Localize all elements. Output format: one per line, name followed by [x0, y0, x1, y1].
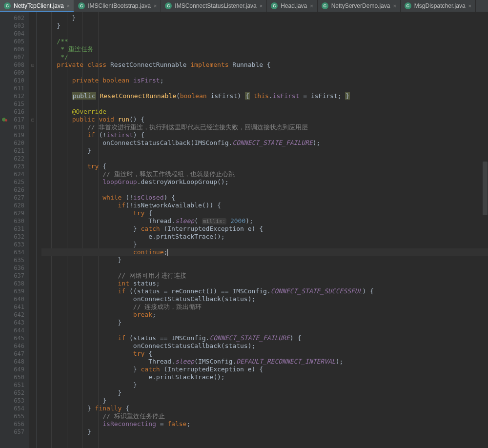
tab-msgdispatcher[interactable]: CMsgDispatcher.java× — [401, 0, 476, 12]
code-line[interactable] — [41, 84, 488, 92]
close-icon[interactable]: × — [310, 3, 313, 9]
code-line[interactable]: * 重连任务 — [41, 45, 488, 53]
code-line[interactable]: private boolean isFirst; — [41, 77, 488, 84]
code-line[interactable]: if(!isNetworkAvailable()) { — [41, 202, 488, 209]
code-line[interactable]: if (status == IMSConfig.CONNECT_STATE_FA… — [41, 334, 488, 342]
code-line[interactable]: try { — [41, 209, 488, 217]
code-line[interactable]: } catch (InterruptedException e) { — [41, 225, 488, 233]
code-line[interactable]: public ResetConnectRunnable(boolean isFi… — [41, 92, 488, 100]
code-line[interactable]: try { — [41, 350, 488, 358]
java-class-icon: C — [4, 2, 11, 9]
close-icon[interactable]: × — [468, 3, 471, 9]
code-token: } — [41, 397, 106, 404]
fold-end-icon[interactable] — [29, 22, 36, 30]
code-line[interactable]: e.printStackTrace(); — [41, 233, 488, 241]
code-line[interactable]: int status; — [41, 280, 488, 287]
tab-nettytcpclient[interactable]: CNettyTcpClient.java× — [0, 0, 74, 12]
code-editor[interactable]: 6026036046056066076086096106116126156166… — [0, 12, 488, 448]
code-token: ) { — [133, 131, 144, 139]
code-line[interactable]: /** — [41, 38, 488, 45]
code-token — [41, 38, 57, 45]
tab-imsclientbootstrap[interactable]: CIMSClientBootstrap.java× — [74, 0, 161, 12]
code-line[interactable]: @Override — [41, 108, 488, 116]
code-line[interactable]: // 连接成功，跳出循环 — [41, 303, 488, 311]
code-line[interactable]: e.printStackTrace(); — [41, 373, 488, 381]
fold-empty — [29, 100, 36, 108]
line-number: 628 — [0, 202, 29, 209]
code-token: } — [41, 428, 91, 435]
code-line[interactable]: // 重连时，释放工作线程组，也就是停止心跳 — [41, 170, 488, 178]
fold-toggle-icon[interactable]: ⊟ — [29, 116, 36, 123]
code-line[interactable]: break; — [41, 311, 488, 319]
code-line[interactable]: onConnectStatusCallback(status); — [41, 295, 488, 303]
code-line[interactable]: } — [41, 381, 488, 389]
close-icon[interactable]: × — [393, 3, 396, 9]
code-line[interactable]: } — [41, 319, 488, 326]
code-line[interactable]: if (!isFirst) { — [41, 131, 488, 139]
line-number: 653 — [0, 397, 29, 405]
code-line[interactable]: private class ResetConnectRunnable imple… — [41, 61, 488, 69]
code-line[interactable]: public void run() { — [41, 116, 488, 123]
code-line[interactable]: // 网络可用才进行连接 — [41, 272, 488, 280]
code-line[interactable]: */ — [41, 53, 488, 61]
code-line[interactable]: onConnectStatusCallback(status); — [41, 342, 488, 350]
code-line[interactable]: if ((status = reConnect()) == IMSConfig.… — [41, 287, 488, 295]
code-token: (!isNetworkAvailable()) { — [125, 202, 221, 209]
code-line[interactable]: try { — [41, 163, 488, 170]
code-line[interactable]: } — [41, 256, 488, 264]
code-line[interactable]: } — [41, 22, 488, 30]
code-line[interactable] — [41, 155, 488, 163]
scrollbar-thumb[interactable] — [483, 162, 488, 215]
code-line[interactable]: } — [41, 389, 488, 397]
code-line[interactable]: } finally { — [41, 405, 488, 412]
vertical-scrollbar[interactable] — [483, 25, 488, 448]
line-number: 604 — [0, 30, 29, 38]
code-line[interactable] — [41, 186, 488, 194]
tab-head[interactable]: CHead.java× — [267, 0, 317, 12]
code-line[interactable]: // 标识重连任务停止 — [41, 412, 488, 420]
fold-toggle-icon[interactable]: ⊟ — [29, 61, 36, 69]
code-token: onConnectStatusCallback(status); — [41, 295, 255, 303]
line-number: 647 — [0, 350, 29, 358]
code-area[interactable]: } } /** * 重连任务 */ private class ResetCon… — [37, 12, 488, 448]
code-token — [41, 45, 61, 53]
code-line[interactable]: Thread.sleep( millis: 2000); — [41, 217, 488, 225]
code-line[interactable] — [41, 264, 488, 272]
code-line[interactable] — [41, 30, 488, 38]
tab-imsconnectstatuslistener[interactable]: CIMSConnectStatusListener.java× — [161, 0, 267, 12]
code-line[interactable]: } — [41, 241, 488, 248]
code-line[interactable] — [41, 100, 488, 108]
fold-column[interactable]: ⊟⊟ — [29, 12, 37, 448]
close-icon[interactable]: × — [67, 3, 70, 9]
code-token: isFirst — [273, 92, 300, 100]
close-icon[interactable]: × — [260, 3, 263, 9]
java-class-icon: C — [271, 2, 278, 9]
fold-empty — [29, 84, 36, 92]
code-token: // 标识重连任务停止 — [102, 412, 164, 420]
code-line[interactable]: } — [41, 428, 488, 436]
code-line[interactable]: Thread.sleep(IMSConfig.DEFAULT_RECONNECT… — [41, 358, 488, 366]
code-line[interactable]: } — [41, 147, 488, 155]
code-line[interactable]: loopGroup.destroyWorkLoopGroup(); — [41, 178, 488, 186]
code-line[interactable]: isReconnecting = false; — [41, 420, 488, 428]
code-line[interactable]: } catch (InterruptedException e) { — [41, 366, 488, 373]
code-line[interactable]: // 非首次进行重连，执行到这里即代表已经连接失败，回调连接状态到应用层 — [41, 123, 488, 131]
code-line[interactable]: while (!isClosed) { — [41, 194, 488, 202]
code-token: finally — [95, 405, 126, 412]
override-marker-icon[interactable] — [1, 117, 6, 122]
code-line[interactable]: } — [41, 397, 488, 405]
close-icon[interactable]: × — [154, 3, 157, 9]
code-token: onConnectStatusCallback(IMSConfig. — [41, 139, 232, 146]
code-token: e.printStackTrace(); — [41, 233, 225, 240]
code-line[interactable] — [41, 326, 488, 334]
tab-nettyserverdemo[interactable]: CNettyServerDemo.java× — [318, 0, 401, 12]
code-token: { — [245, 92, 250, 100]
code-line[interactable]: onConnectStatusCallback(IMSConfig.CONNEC… — [41, 139, 488, 147]
code-token: while — [102, 194, 125, 201]
fold-empty — [29, 14, 36, 22]
code-line[interactable]: } — [41, 14, 488, 22]
code-line[interactable]: continue; — [41, 248, 488, 256]
code-line[interactable] — [41, 69, 488, 77]
line-number: 639 — [0, 287, 29, 295]
code-token — [226, 217, 230, 224]
